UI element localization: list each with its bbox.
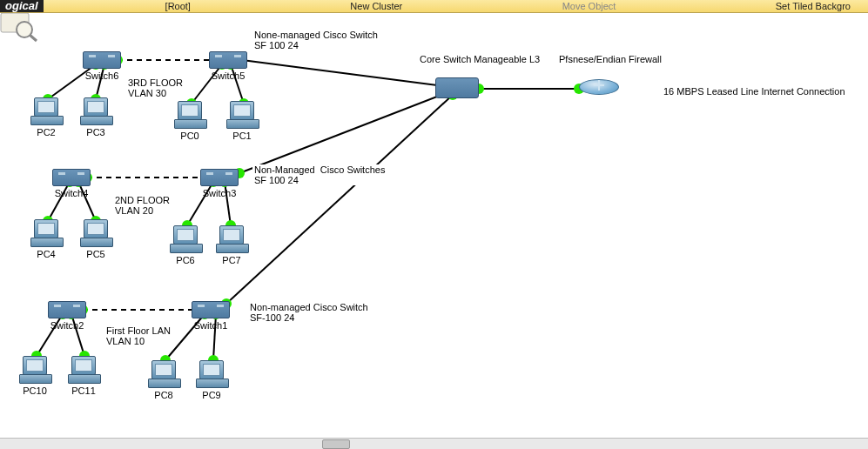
device-pc1[interactable]: PC1 bbox=[226, 101, 258, 141]
pc-icon bbox=[216, 225, 247, 253]
device-pc10[interactable]: PC10 bbox=[19, 356, 50, 396]
device-switch2[interactable]: Switch2 bbox=[48, 301, 86, 331]
device-label: PC9 bbox=[196, 390, 227, 400]
device-firewall-router[interactable] bbox=[579, 79, 619, 95]
device-label: Switch2 bbox=[48, 320, 86, 331]
device-core-switch[interactable] bbox=[435, 77, 479, 98]
set-tiled-button[interactable]: Set Tiled Backgro bbox=[776, 1, 851, 11]
svg-line-9 bbox=[242, 60, 444, 86]
device-label: PC11 bbox=[68, 385, 99, 396]
svg-line-2 bbox=[30, 35, 37, 41]
logical-tab[interactable]: ogical bbox=[0, 0, 44, 12]
device-switch6[interactable]: Switch6 bbox=[83, 51, 121, 81]
pc-icon bbox=[68, 356, 99, 384]
svg-line-15 bbox=[239, 92, 448, 173]
move-object-button[interactable]: Move Object bbox=[562, 1, 616, 11]
label-firewall: Pfsnese/Endian Firewall bbox=[557, 54, 663, 64]
pc-icon bbox=[226, 101, 258, 129]
device-label: PC5 bbox=[80, 249, 111, 259]
new-cluster-button[interactable]: New Cluster bbox=[350, 1, 402, 11]
router-icon bbox=[579, 79, 619, 95]
device-pc0[interactable]: PC0 bbox=[174, 101, 205, 141]
device-label: PC0 bbox=[174, 131, 205, 141]
device-label: Switch6 bbox=[83, 70, 121, 81]
pc-icon bbox=[30, 97, 62, 125]
device-pc8[interactable]: PC8 bbox=[148, 360, 179, 400]
device-label: Switch5 bbox=[209, 70, 247, 81]
device-label: PC4 bbox=[30, 249, 62, 259]
device-pc3[interactable]: PC3 bbox=[80, 97, 111, 137]
logical-workspace[interactable]: None-managed Cisco Switch SF 100 24 Core… bbox=[0, 12, 868, 440]
device-switch3[interactable]: Switch3 bbox=[200, 169, 239, 198]
device-switch4[interactable]: Switch4 bbox=[52, 169, 91, 198]
label-non-managed-switches: Non-Managed Cisco Switches SF 100 24 bbox=[252, 164, 387, 185]
label-non-managed-bottom: Non-managed Cisco Switch SF-100 24 bbox=[248, 302, 370, 323]
device-label: Switch1 bbox=[192, 320, 230, 331]
pc-icon bbox=[30, 219, 62, 247]
switch-icon bbox=[209, 51, 247, 69]
device-label: PC8 bbox=[148, 390, 179, 400]
switch-icon bbox=[83, 51, 121, 69]
pc-icon bbox=[19, 356, 50, 384]
scrollbar-thumb[interactable] bbox=[322, 439, 350, 449]
root-breadcrumb[interactable]: [Root] bbox=[165, 1, 191, 11]
navigator-icon[interactable] bbox=[0, 12, 44, 43]
switch-icon bbox=[192, 301, 230, 318]
device-pc11[interactable]: PC11 bbox=[68, 356, 99, 396]
device-label: PC10 bbox=[19, 385, 50, 396]
pc-icon bbox=[174, 101, 205, 129]
switch-icon bbox=[200, 169, 239, 186]
device-switch5[interactable]: Switch5 bbox=[209, 51, 247, 81]
device-pc2[interactable]: PC2 bbox=[30, 97, 62, 137]
top-toolbar: ogical [Root] New Cluster Move Object Se… bbox=[0, 0, 868, 13]
svg-line-21 bbox=[226, 95, 453, 304]
pc-icon bbox=[148, 360, 179, 388]
pc-icon bbox=[170, 225, 201, 253]
label-floor2: 2ND FLOOR VLAN 20 bbox=[113, 195, 172, 216]
device-pc6[interactable]: PC6 bbox=[170, 225, 201, 265]
device-pc5[interactable]: PC5 bbox=[80, 219, 111, 259]
pc-icon bbox=[80, 219, 111, 247]
label-none-managed-top: None-managed Cisco Switch SF 100 24 bbox=[252, 30, 380, 50]
l3-switch-icon bbox=[435, 77, 479, 98]
device-label: PC6 bbox=[170, 255, 201, 265]
device-pc4[interactable]: PC4 bbox=[30, 219, 62, 259]
device-label: PC3 bbox=[80, 127, 111, 137]
device-label: PC7 bbox=[216, 255, 247, 265]
switch-icon bbox=[48, 301, 86, 318]
device-label: PC1 bbox=[226, 131, 258, 141]
pc-icon bbox=[80, 97, 111, 125]
device-label: Switch3 bbox=[200, 188, 239, 198]
switch-icon bbox=[52, 169, 91, 186]
pc-icon bbox=[196, 360, 227, 388]
device-label: PC2 bbox=[30, 127, 62, 137]
device-label: Switch4 bbox=[52, 188, 91, 198]
topology-links bbox=[0, 12, 868, 440]
device-pc7[interactable]: PC7 bbox=[216, 225, 247, 265]
label-core-switch: Core Switch Manageable L3 bbox=[418, 54, 542, 64]
device-pc9[interactable]: PC9 bbox=[196, 360, 227, 400]
label-floor1: First Floor LAN VLAN 10 bbox=[104, 325, 172, 346]
device-switch1[interactable]: Switch1 bbox=[192, 301, 230, 331]
label-leased-line: 16 MBPS Leased Line Internet Connection bbox=[662, 86, 847, 97]
label-floor3: 3RD FLOOR VLAN 30 bbox=[126, 77, 185, 98]
